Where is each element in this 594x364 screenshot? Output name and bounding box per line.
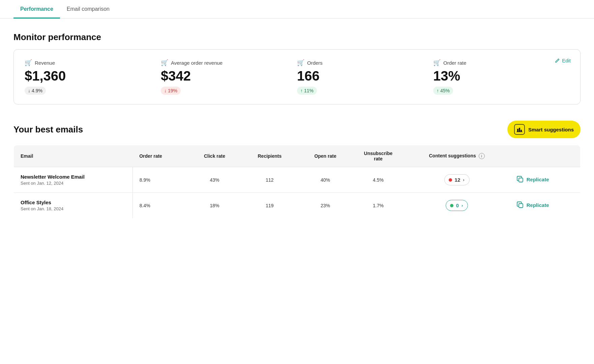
recipients-cell-1: 112 [241, 167, 298, 193]
metric-avg-order-value: $342 [161, 68, 290, 83]
unsubscribe-rate-cell-1: 4.5% [353, 167, 404, 193]
open-rate-cell-1: 40% [298, 167, 353, 193]
order-rate-cell-2: 8.4% [132, 193, 188, 218]
page-title: Monitor performance [13, 32, 581, 42]
tabs-container: Performance Email comparison [0, 0, 594, 19]
suggestions-pill-2[interactable]: 0 › [446, 200, 468, 211]
chevron-right-icon-1: › [463, 177, 464, 182]
best-emails-title: Your best emails [13, 124, 83, 135]
col-header-actions [510, 145, 581, 167]
open-rate-cell-2: 23% [298, 193, 353, 218]
metric-order-rate-label: Order rate [443, 60, 466, 66]
arrow-up-order-rate-icon: ↑ [437, 88, 439, 93]
metric-order-rate-value: 13% [433, 68, 563, 83]
arrow-down-icon: ↓ [28, 88, 30, 93]
cart-icon-order-rate: 🛒 [433, 59, 441, 66]
edit-button[interactable]: Edit [555, 58, 571, 63]
col-header-email: Email [14, 145, 133, 167]
col-header-recipients: Recipients [241, 145, 298, 167]
metric-revenue-label: Revenue [35, 60, 55, 66]
replicate-button-2[interactable]: Replicate [516, 201, 549, 209]
chevron-right-icon-2: › [462, 203, 463, 208]
order-rate-cell-1: 8.9% [132, 167, 188, 193]
table-header-row: Email Order rate Click rate Recipients O… [14, 145, 581, 167]
suggestions-cell-2: 0 › [404, 193, 509, 218]
replicate-button-1[interactable]: Replicate [516, 176, 549, 183]
edit-pencil-icon [555, 58, 560, 63]
cart-icon-orders: 🛒 [297, 59, 304, 66]
recipients-cell-2: 119 [241, 193, 298, 218]
cart-icon-avg-order: 🛒 [161, 59, 168, 66]
col-header-click-rate: Click rate [188, 145, 241, 167]
replicate-icon-2 [516, 201, 524, 209]
metric-avg-order-revenue: 🛒 Average order revenue $342 ↓ 19% [161, 59, 297, 95]
col-header-order-rate: Order rate [132, 145, 188, 167]
metric-revenue-value: $1,360 [25, 68, 154, 83]
svg-rect-3 [521, 130, 522, 132]
email-table: Email Order rate Click rate Recipients O… [13, 145, 581, 218]
replicate-cell-2: Replicate [510, 193, 581, 218]
smart-suggestions-icon [514, 124, 525, 135]
replicate-cell-1: Replicate [510, 167, 581, 193]
metric-orders-badge: ↑ 11% [297, 87, 317, 95]
arrow-up-orders-icon: ↑ [300, 88, 303, 93]
smart-suggestions-button[interactable]: Smart suggestions [507, 121, 581, 138]
dot-green-icon [450, 204, 453, 207]
suggestions-count-1: 12 [455, 177, 461, 183]
metric-order-rate: 🛒 Order rate 13% ↑ 45% [433, 59, 569, 95]
metrics-card: 🛒 Revenue $1,360 ↓ 4.9% 🛒 Average order … [13, 49, 581, 104]
click-rate-cell-1: 43% [188, 167, 241, 193]
svg-rect-4 [519, 178, 523, 182]
tab-email-comparison[interactable]: Email comparison [60, 0, 116, 19]
tab-performance[interactable]: Performance [13, 0, 60, 19]
cart-icon-revenue: 🛒 [25, 59, 32, 66]
metric-orders-value: 166 [297, 68, 426, 83]
table-row: Office Styles Sent on Jan. 18, 2024 8.4%… [14, 193, 581, 218]
metric-avg-order-label: Average order revenue [171, 60, 222, 66]
metric-avg-order-badge: ↓ 19% [161, 87, 181, 95]
metric-order-rate-badge: ↑ 45% [433, 87, 453, 95]
table-row: Newsletter Welcome Email Sent on Jan. 12… [14, 167, 581, 193]
metric-orders-label: Orders [307, 60, 323, 66]
metric-orders: 🛒 Orders 166 ↑ 11% [297, 59, 433, 95]
click-rate-cell-2: 18% [188, 193, 241, 218]
suggestions-pill-1[interactable]: 12 › [444, 174, 470, 185]
col-header-open-rate: Open rate [298, 145, 353, 167]
email-cell-1: Newsletter Welcome Email Sent on Jan. 12… [14, 167, 133, 193]
email-date-2: Sent on Jan. 18, 2024 [21, 206, 126, 211]
dot-red-icon [449, 178, 452, 182]
best-emails-header: Your best emails Smart suggestions [13, 121, 581, 138]
email-date-1: Sent on Jan. 12, 2024 [21, 181, 126, 186]
replicate-icon-1 [516, 176, 524, 183]
email-cell-2: Office Styles Sent on Jan. 18, 2024 [14, 193, 133, 218]
email-name-2: Office Styles [21, 200, 126, 205]
svg-rect-1 [517, 129, 518, 132]
suggestions-cell-1: 12 › [404, 167, 509, 193]
main-content: Monitor performance 🛒 Revenue $1,360 ↓ 4… [0, 19, 594, 218]
metric-revenue: 🛒 Revenue $1,360 ↓ 4.9% [25, 59, 161, 95]
email-name-1: Newsletter Welcome Email [21, 174, 126, 180]
info-icon: i [479, 153, 485, 159]
metric-revenue-badge: ↓ 4.9% [25, 87, 46, 95]
svg-rect-2 [519, 128, 520, 132]
svg-rect-5 [519, 204, 523, 208]
arrow-down-red-icon: ↓ [164, 88, 167, 93]
suggestions-count-2: 0 [456, 203, 459, 208]
unsubscribe-rate-cell-2: 1.7% [353, 193, 404, 218]
col-header-content-suggestions: Content suggestions i [404, 145, 509, 167]
col-header-unsubscribe-rate: Unsubscribe rate [353, 145, 404, 167]
